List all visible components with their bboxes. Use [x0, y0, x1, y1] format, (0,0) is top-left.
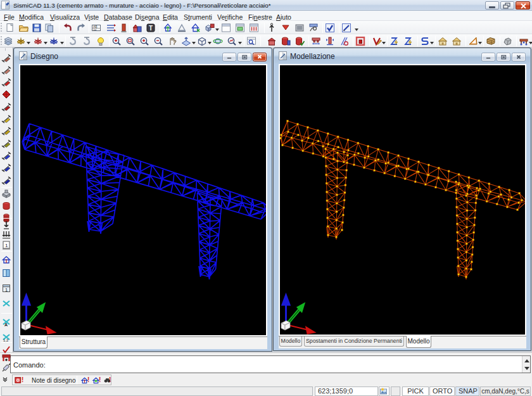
svg-text:A: A [4, 323, 8, 327]
svg-text:1: 1 [5, 287, 8, 293]
svg-text:1: 1 [5, 243, 8, 248]
svg-text:12: 12 [93, 27, 97, 31]
svg-text:T: T [149, 25, 153, 32]
